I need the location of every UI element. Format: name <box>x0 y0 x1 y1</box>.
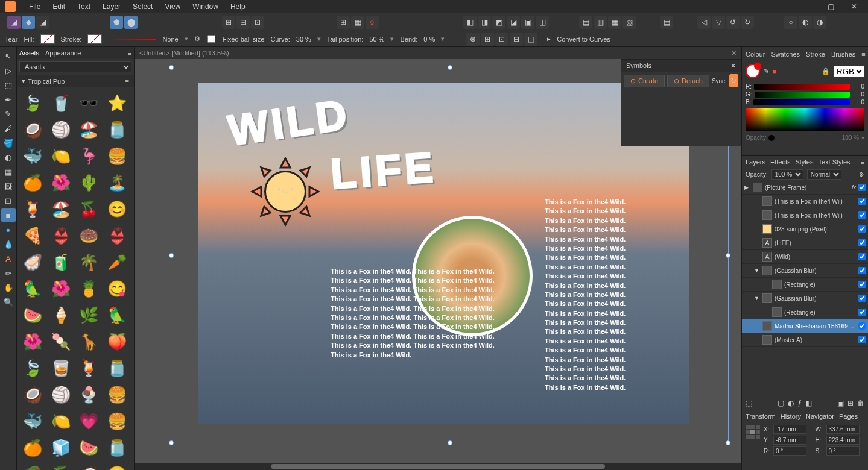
s-input[interactable] <box>826 446 860 456</box>
asset-item[interactable]: 🌺 <box>49 277 73 301</box>
insert-btn-1[interactable]: ▤ <box>660 16 673 29</box>
layer-row[interactable]: (Rectangle) <box>742 278 868 292</box>
asset-item[interactable]: 🏖️ <box>49 197 73 221</box>
layer-row[interactable]: ▶(Picture Frame)fx <box>742 181 868 195</box>
asset-item[interactable]: 🍑 <box>105 330 129 354</box>
asset-item[interactable]: ⭐ <box>105 91 129 115</box>
layer-visibility-checkbox[interactable] <box>858 225 866 233</box>
brush-tool-icon[interactable]: 🖌 <box>1 122 16 135</box>
text-block-2[interactable]: This is a Fox in the4 Wild. This is a Fo… <box>545 198 650 392</box>
layer-visibility-checkbox[interactable] <box>858 184 866 191</box>
order-btn-1[interactable]: ◧ <box>463 16 477 29</box>
w-input[interactable] <box>826 425 860 434</box>
asset-item[interactable]: 🐳 <box>21 144 45 168</box>
asset-item[interactable]: 🌵 <box>77 171 101 195</box>
asset-item[interactable]: 🏐 <box>49 383 73 407</box>
symbols-create-btn[interactable]: ⊕ Create <box>624 75 665 87</box>
snap-btn-1[interactable]: ⊞ <box>337 16 350 29</box>
doc-close-icon[interactable]: ✕ <box>731 49 737 57</box>
asset-item[interactable]: 🍃 <box>21 91 45 115</box>
ctx-btn-5[interactable]: ◫ <box>524 33 537 46</box>
asset-item[interactable]: 💗 <box>77 409 101 433</box>
geom-btn-3[interactable]: ◑ <box>813 16 826 29</box>
artboard[interactable]: WILD LIFE • ◡ • This is a Fox in the4 Wi… <box>198 83 689 424</box>
asset-item[interactable]: 🍋 <box>49 409 73 433</box>
order-btn-5[interactable]: ▣ <box>521 16 534 29</box>
asset-item[interactable]: 🍒 <box>49 462 73 470</box>
layer-row[interactable]: (This is a Fox in the4 Wil) <box>742 208 868 222</box>
asset-item[interactable]: 🍔 <box>105 383 129 407</box>
brushes-tab[interactable]: Brushes <box>831 51 855 58</box>
tool-btn-2[interactable]: ⬤ <box>124 16 138 29</box>
blend-select[interactable]: Normal <box>807 169 841 180</box>
convert-curves-btn[interactable]: Convert to Curves <box>557 36 610 43</box>
transform-tab[interactable]: Transform <box>746 413 776 420</box>
r-slider[interactable] <box>754 84 850 90</box>
shape-tool-icon[interactable]: ■ <box>1 208 16 222</box>
asset-item[interactable]: 🥃 <box>49 356 73 380</box>
color-swap-icon[interactable]: ■ <box>773 67 777 75</box>
asset-item[interactable]: 🥥 <box>21 118 45 142</box>
delete-layer-icon[interactable]: 🗑 <box>857 399 864 407</box>
add-pixel-icon[interactable]: ⊞ <box>847 399 854 407</box>
assets-section[interactable]: Tropical Pub <box>28 78 65 85</box>
layer-visibility-checkbox[interactable] <box>858 309 866 316</box>
panel-menu-icon[interactable]: ≡ <box>128 49 131 57</box>
symbols-close-icon[interactable]: ✕ <box>730 62 736 70</box>
asset-item[interactable]: 🍋 <box>49 144 73 168</box>
layer-row[interactable]: Madhu-Shesharam-1561698... <box>742 319 868 333</box>
asset-item[interactable]: 🍕 <box>21 224 45 248</box>
arrange-btn-3[interactable]: ▦ <box>608 16 621 29</box>
asset-item[interactable]: 🧃 <box>49 250 73 274</box>
symbols-detach-btn[interactable]: ⊖ Detach <box>667 75 709 87</box>
opt-none[interactable]: None <box>162 36 178 43</box>
b-slider[interactable] <box>753 99 850 105</box>
asset-item[interactable]: 🍡 <box>49 330 73 354</box>
fixed-ball-checkbox[interactable] <box>207 35 215 43</box>
asset-item[interactable]: 🍒 <box>77 197 101 221</box>
asset-item[interactable]: 😋 <box>105 277 129 301</box>
asset-item[interactable]: 🫙 <box>105 436 129 460</box>
maximize-icon[interactable]: ▢ <box>822 2 840 11</box>
align-btn-3[interactable]: ⊡ <box>251 16 264 29</box>
live-icon[interactable]: ◧ <box>805 399 812 407</box>
pen-tool-icon[interactable]: ✒ <box>1 93 16 106</box>
assets-tab[interactable]: Assets <box>19 49 39 57</box>
asset-item[interactable]: 🏐 <box>49 118 73 142</box>
layer-visibility-checkbox[interactable] <box>858 281 866 288</box>
frame-text-tool-icon[interactable]: ✏ <box>1 266 16 280</box>
arrange-btn-2[interactable]: ▥ <box>594 16 607 29</box>
layer-visibility-checkbox[interactable] <box>858 295 866 302</box>
asset-item[interactable]: 🦪 <box>21 250 45 274</box>
geom-btn-1[interactable]: ○ <box>784 16 797 29</box>
asset-item[interactable]: 👙 <box>105 224 129 248</box>
menu-edit[interactable]: Edit <box>46 2 71 11</box>
menu-file[interactable]: File <box>23 2 46 11</box>
rotate-r-icon[interactable]: ↻ <box>741 16 754 29</box>
arrange-btn-4[interactable]: ▧ <box>622 16 636 29</box>
asset-item[interactable]: 🍨 <box>77 383 101 407</box>
order-btn-2[interactable]: ◨ <box>478 16 491 29</box>
text-life[interactable]: LIFE <box>329 143 438 198</box>
layer-visibility-checkbox[interactable] <box>858 322 866 330</box>
asset-item[interactable]: 🍃 <box>21 356 45 380</box>
asset-item[interactable]: 🌺 <box>49 171 73 195</box>
ctx-btn-3[interactable]: ⊡ <box>495 33 508 46</box>
layers-menu-icon[interactable]: ≡ <box>861 158 864 166</box>
asset-item[interactable]: 🦒 <box>77 330 101 354</box>
h-input[interactable] <box>826 436 860 445</box>
asset-item[interactable]: 😊 <box>105 197 129 221</box>
layer-row[interactable]: A(Wild) <box>742 250 868 264</box>
sync-toggle-icon[interactable]: ↻ <box>729 74 738 87</box>
persona-pixel-icon[interactable]: ◆ <box>22 16 35 29</box>
layer-row[interactable]: ▼(Gaussian Blur) <box>742 264 868 278</box>
layer-row[interactable]: 028-sun.png (Pixel) <box>742 222 868 236</box>
add-layer-icon[interactable]: ▣ <box>837 399 844 407</box>
minimize-icon[interactable]: — <box>797 2 817 11</box>
order-btn-6[interactable]: ◫ <box>536 16 549 29</box>
asset-item[interactable]: 🏝️ <box>105 171 129 195</box>
blend-gear-icon[interactable]: ⚙ <box>859 171 864 178</box>
color-well-icon[interactable] <box>746 64 760 78</box>
asset-item[interactable]: 😊 <box>105 462 129 470</box>
h-scrollbar[interactable] <box>135 463 741 470</box>
